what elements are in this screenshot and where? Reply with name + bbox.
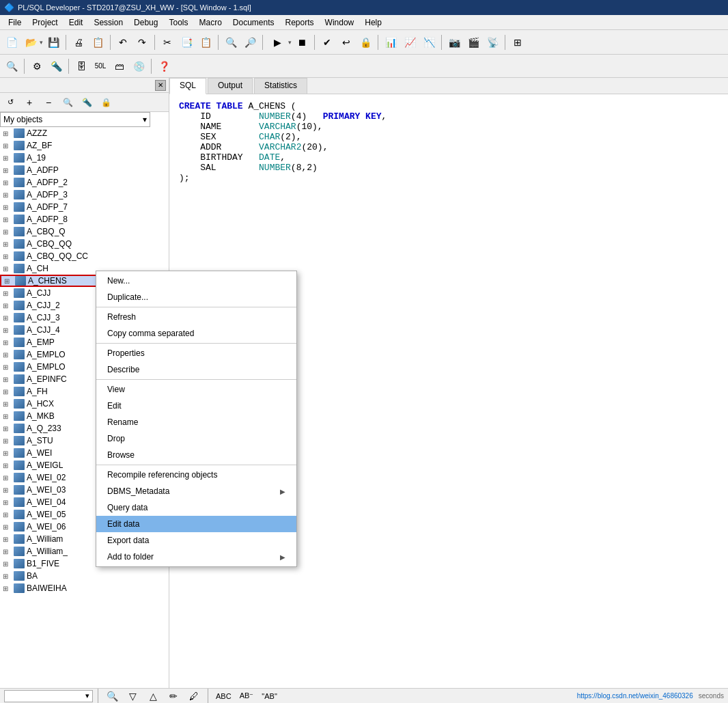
tree-item[interactable]: ⊞ AZ_BF xyxy=(0,139,169,152)
expand-icon[interactable]: ⊞ xyxy=(3,585,14,592)
copy-btn[interactable]: 📑 xyxy=(178,33,195,51)
ctx-view[interactable]: View xyxy=(96,381,296,398)
expand-icon[interactable]: ⊞ xyxy=(3,351,14,359)
perf-btn[interactable]: 📈 xyxy=(401,33,419,51)
expand-icon[interactable]: ⊞ xyxy=(3,523,14,531)
tree-item[interactable]: ⊞ A_CBQ_Q xyxy=(0,225,169,238)
expand-icon[interactable]: ⊞ xyxy=(3,154,14,162)
ctx-edit-data[interactable]: Edit data xyxy=(96,516,296,532)
tree-item[interactable]: ⊞ AZZZ xyxy=(0,127,169,139)
ctx-copy-comma[interactable]: Copy comma separated xyxy=(96,325,296,342)
expand-icon[interactable]: ⊞ xyxy=(3,228,14,236)
tree-item[interactable]: ⊞ A_ADFP_3 xyxy=(0,189,169,201)
menu-edit[interactable]: Edit xyxy=(64,16,89,29)
paste-btn[interactable]: 📋 xyxy=(197,33,214,51)
db4-btn[interactable]: 💿 xyxy=(130,57,148,75)
tab-sql[interactable]: SQL xyxy=(169,78,206,94)
expand-icon[interactable]: ⊞ xyxy=(3,400,14,408)
open-dropdown[interactable]: 📂 ▾ xyxy=(22,33,43,51)
rollback-btn[interactable]: ↩ xyxy=(337,33,355,51)
expand-icon[interactable]: ⊞ xyxy=(3,425,14,432)
save-btn[interactable]: 💾 xyxy=(44,33,62,51)
ctx-rename[interactable]: Rename xyxy=(96,414,296,430)
ctx-refresh[interactable]: Refresh xyxy=(96,309,296,325)
expand-icon[interactable]: ⊞ xyxy=(3,130,14,137)
expand-icon[interactable]: ⊞ xyxy=(3,413,14,420)
nav-lock-btn[interactable]: 🔒 xyxy=(97,94,115,111)
expand-icon[interactable]: ⊞ xyxy=(3,462,14,469)
nav-back-btn[interactable]: ↺ xyxy=(1,94,19,111)
tree-item[interactable]: ⊞ A_CBQ_QQ xyxy=(0,238,169,250)
camera-btn[interactable]: 📷 xyxy=(445,33,463,51)
search-btn[interactable]: 🔍 xyxy=(222,33,240,51)
expand-icon[interactable]: ⊞ xyxy=(3,450,14,457)
expand-icon[interactable]: ⊞ xyxy=(3,253,14,260)
expand-icon[interactable]: ⊞ xyxy=(3,191,14,199)
new-btn[interactable]: 📄 xyxy=(3,33,20,51)
preview-btn[interactable]: 📋 xyxy=(89,33,107,51)
expand-icon[interactable]: ⊞ xyxy=(3,179,14,187)
expand-icon[interactable]: ⊞ xyxy=(3,388,14,396)
ctx-drop[interactable]: Drop xyxy=(96,430,296,447)
nav-search-btn[interactable]: 🔍 xyxy=(59,94,76,111)
undo-btn[interactable]: ↶ xyxy=(114,33,132,51)
settings-btn[interactable]: ⚙ xyxy=(28,57,46,75)
ctx-add-folder[interactable]: Add to folder ▶ xyxy=(96,549,296,565)
nav-filter-btn[interactable]: 🔦 xyxy=(78,94,96,111)
menu-project[interactable]: Project xyxy=(27,16,63,29)
film-btn[interactable]: 🎬 xyxy=(464,33,482,51)
filter-btn[interactable]: 🔦 xyxy=(47,57,65,75)
tree-item[interactable]: ⊞ A_19 xyxy=(0,152,169,164)
expand-icon[interactable]: ⊞ xyxy=(3,474,14,482)
tree-item[interactable]: ⊞ A_ADFP_2 xyxy=(0,176,169,189)
expand-icon[interactable]: ⊞ xyxy=(3,486,14,494)
cut-btn[interactable]: ✂ xyxy=(158,33,176,51)
close-panel-btn[interactable]: ✕ xyxy=(155,80,166,91)
menu-session[interactable]: Session xyxy=(88,16,128,29)
execute-dropdown[interactable]: ▶ ▾ xyxy=(266,33,292,51)
ctx-recompile[interactable]: Recompile referencing objects xyxy=(96,467,296,483)
menu-debug[interactable]: Debug xyxy=(128,16,163,29)
expand-icon[interactable]: ⊞ xyxy=(3,240,14,248)
more-btn[interactable]: ⊞ xyxy=(509,33,527,51)
nav-minus-btn[interactable]: − xyxy=(40,94,57,111)
expand-icon[interactable]: ⊞ xyxy=(3,437,14,445)
commit-btn[interactable]: ✔ xyxy=(318,33,336,51)
stop-btn[interactable]: ⏹ xyxy=(293,33,311,51)
expand-icon[interactable]: ⊞ xyxy=(3,363,14,371)
expand-icon[interactable]: ⊞ xyxy=(4,277,15,285)
search2-btn[interactable]: 🔎 xyxy=(241,33,259,51)
expand-icon[interactable]: ⊞ xyxy=(3,302,14,309)
redo-btn[interactable]: ↷ xyxy=(133,33,151,51)
expand-icon[interactable]: ⊞ xyxy=(3,339,14,346)
bottom-up-btn[interactable]: △ xyxy=(144,687,162,704)
bottom-edit-btn[interactable]: ✏ xyxy=(165,687,182,704)
tab-statistics[interactable]: Statistics xyxy=(254,78,307,94)
ctx-edit[interactable]: Edit xyxy=(96,398,296,414)
tab-output[interactable]: Output xyxy=(208,78,253,94)
ctx-describe[interactable]: Describe xyxy=(96,361,296,378)
tree-item[interactable]: ⊞ BAIWEIHA xyxy=(0,582,169,594)
expand-icon[interactable]: ⊞ xyxy=(3,536,14,543)
ctx-browse[interactable]: Browse xyxy=(96,447,296,463)
db2-btn[interactable]: 50L xyxy=(92,57,109,75)
expand-icon[interactable]: ⊞ xyxy=(3,499,14,506)
ctx-query-data[interactable]: Query data xyxy=(96,499,296,516)
expand-icon[interactable]: ⊞ xyxy=(3,376,14,383)
menu-tools[interactable]: Tools xyxy=(163,16,193,29)
expand-icon[interactable]: ⊞ xyxy=(3,204,14,211)
ctx-properties[interactable]: Properties xyxy=(96,345,296,361)
db-btn[interactable]: 🗄 xyxy=(72,57,90,75)
menu-reports[interactable]: Reports xyxy=(280,16,320,29)
expand-icon[interactable]: ⊞ xyxy=(3,511,14,519)
search3-btn[interactable]: 🔍 xyxy=(3,57,20,75)
menu-macro[interactable]: Macro xyxy=(193,16,227,29)
ctx-export-data[interactable]: Export data xyxy=(96,532,296,549)
expand-icon[interactable]: ⊞ xyxy=(3,290,14,297)
expand-icon[interactable]: ⊞ xyxy=(3,548,14,555)
expand-icon[interactable]: ⊞ xyxy=(3,327,14,334)
print-btn[interactable]: 🖨 xyxy=(70,33,87,51)
tree-item[interactable]: ⊞ A_ADFP_7 xyxy=(0,201,169,213)
menu-help[interactable]: Help xyxy=(359,16,387,29)
ctx-duplicate[interactable]: Duplicate... xyxy=(96,289,296,305)
